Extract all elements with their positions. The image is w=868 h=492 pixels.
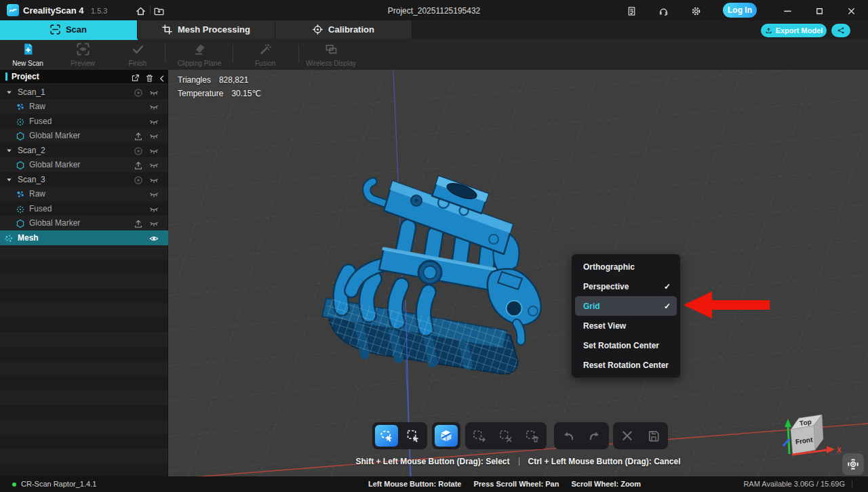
menu-item-reset-rotation-center[interactable]: Reset Rotation Center [575, 355, 677, 375]
tab-mesh-processing[interactable]: Mesh Processing [138, 20, 275, 39]
eye-open-button[interactable] [149, 232, 159, 244]
orientation-cube[interactable]: Top Front X [778, 411, 844, 466]
play-circle-button[interactable] [134, 86, 143, 98]
tree-item-scan_3[interactable]: Scan_3 [0, 172, 168, 187]
release-notes-button[interactable] [627, 5, 637, 17]
tree-item-label: Raw [29, 189, 149, 199]
cancel-button[interactable] [616, 425, 639, 447]
statusbar-divider [852, 480, 852, 488]
close-icon [846, 6, 856, 16]
play-circle-button[interactable] [134, 144, 143, 157]
export-model-button[interactable]: Export Model [761, 24, 827, 37]
menu-item-grid[interactable]: Grid✓ [575, 296, 677, 316]
upload-button[interactable] [134, 159, 143, 171]
preview-icon [77, 43, 90, 56]
menu-item-reset-view[interactable]: Reset View [575, 316, 677, 335]
eye-closed-button[interactable] [149, 144, 159, 157]
menu-item-orthographic[interactable]: Orthographic [575, 257, 677, 276]
eye-closed-icon [149, 176, 159, 185]
menu-item-set-rotation-center[interactable]: Set Rotation Center [575, 335, 677, 355]
eye-closed-button[interactable] [149, 115, 159, 127]
wireless-display-icon [325, 43, 338, 56]
tab-calibration[interactable]: Calibration [275, 20, 412, 39]
toolbar-preview[interactable]: Preview [56, 41, 110, 68]
tab-scan[interactable]: Scan [0, 20, 138, 39]
tree-item-fused[interactable]: Fused [0, 114, 168, 129]
toolbar-finish[interactable]: Finish [111, 41, 165, 68]
support-button[interactable] [658, 5, 669, 17]
trash-icon [145, 74, 154, 83]
select-delete-button[interactable] [521, 425, 544, 447]
menu-item-perspective[interactable]: Perspective✓ [575, 276, 677, 296]
eye-closed-icon [149, 117, 159, 127]
share-button[interactable] [831, 24, 850, 37]
eye-closed-button[interactable] [149, 188, 159, 200]
rect-select-button[interactable] [401, 425, 425, 447]
cube-select-button[interactable] [435, 425, 458, 447]
tree-item-global-marker[interactable]: Global Marker [0, 158, 168, 173]
raw-icon [16, 102, 25, 112]
toolbar-fusion[interactable]: Fusion [238, 41, 292, 68]
scanned-mesh-model [322, 176, 541, 374]
eye-closed-icon [149, 190, 159, 199]
eye-closed-button[interactable] [149, 159, 159, 171]
device-status-dot [12, 483, 16, 487]
eye-closed-button[interactable] [149, 173, 159, 186]
eye-closed-button[interactable] [149, 86, 159, 98]
raw-icon [16, 190, 25, 199]
rect-select-icon [406, 429, 420, 443]
export-project-button[interactable] [131, 72, 140, 84]
tree-item-raw[interactable]: Raw [0, 187, 168, 202]
3d-viewport[interactable]: Triangles828,821 Temperature30.15℃ Ortho… [168, 70, 868, 476]
eye-closed-icon [149, 219, 159, 228]
toolbar-new-scan[interactable]: New Scan [1, 41, 55, 68]
accent-bar [5, 73, 7, 81]
upload-button[interactable] [134, 217, 143, 229]
marker-icon [16, 219, 25, 228]
upload-icon [134, 131, 143, 141]
toolbar-wireless-display[interactable]: Wireless Display [304, 41, 358, 68]
x-axis-label: X [837, 447, 842, 454]
doc-icon [627, 6, 637, 16]
tree-item-label: Global Marker [29, 218, 134, 228]
toolbar-clipping-plane[interactable]: Clipping Plane [172, 41, 226, 68]
collapse-panel-button[interactable] [158, 72, 166, 84]
target-icon [313, 24, 323, 35]
tree-item-global-marker[interactable]: Global Marker [0, 216, 168, 231]
share-icon [837, 26, 845, 35]
maximize-button[interactable] [814, 5, 825, 17]
gear-icon [691, 6, 701, 16]
toolbar-divider [298, 45, 299, 63]
tab-label: Scan [66, 24, 87, 35]
login-button[interactable]: Log In [723, 3, 757, 18]
caret-down-icon [5, 89, 13, 96]
eye-closed-button[interactable] [149, 129, 159, 142]
minimize-button[interactable] [783, 5, 793, 17]
eye-closed-button[interactable] [149, 203, 159, 215]
lasso-select-button[interactable] [375, 425, 398, 447]
tree-item-scan_2[interactable]: Scan_2 [0, 143, 168, 158]
redo-button[interactable] [583, 425, 606, 447]
tree-item-fused[interactable]: Fused [0, 201, 168, 216]
viewport-settings-button[interactable] [842, 453, 864, 475]
save-button[interactable] [642, 425, 665, 447]
tree-item-scan_1[interactable]: Scan_1 [0, 85, 168, 100]
play-circle-icon [134, 88, 143, 98]
tree-item-mesh[interactable]: Mesh [0, 230, 168, 245]
settings-button[interactable] [691, 5, 701, 17]
select-move-button[interactable] [468, 425, 491, 447]
eye-closed-button[interactable] [149, 217, 159, 229]
delete-button[interactable] [145, 72, 154, 84]
undo-button[interactable] [557, 425, 580, 447]
tree-item-label: Scan_2 [18, 146, 134, 155]
finish-icon [132, 43, 144, 56]
close-button[interactable] [846, 5, 856, 17]
tree-item-global-marker[interactable]: Global Marker [0, 129, 168, 144]
eye-closed-button[interactable] [149, 100, 159, 112]
upload-icon [134, 161, 143, 170]
tree-item-raw[interactable]: Raw [0, 100, 168, 115]
select-clear-button[interactable] [494, 425, 517, 447]
upload-button[interactable] [134, 129, 143, 142]
select-move-icon [473, 429, 486, 443]
play-circle-button[interactable] [134, 173, 143, 186]
